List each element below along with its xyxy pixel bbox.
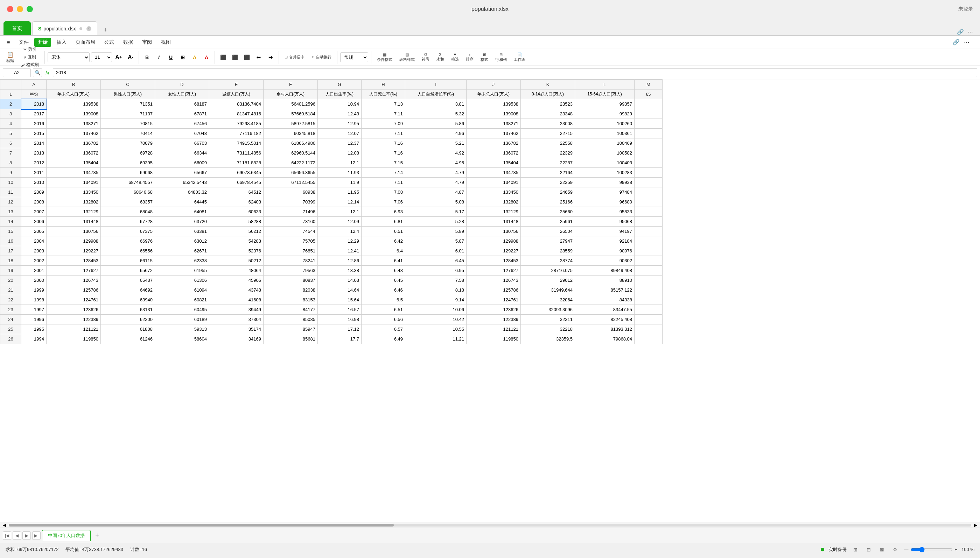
row-number-10[interactable]: 10 (0, 177, 21, 187)
menu-file[interactable]: 文件 (15, 38, 32, 47)
cell-26-C[interactable]: 61246 (101, 334, 155, 344)
cell-26-K[interactable]: 32359.5 (521, 334, 575, 344)
cell-16-F[interactable]: 75705 (264, 236, 318, 246)
cell-1-G[interactable]: 人口出生率(‰) (318, 90, 362, 99)
cell-22-C[interactable]: 63940 (101, 295, 155, 305)
cell-23-H[interactable]: 6.51 (362, 305, 405, 315)
row-number-1[interactable]: 1 (0, 90, 21, 99)
cell-6-M[interactable] (634, 138, 662, 148)
cell-18-B[interactable]: 128453 (46, 256, 101, 266)
cell-19-M[interactable] (634, 266, 662, 276)
cell-17-J[interactable]: 129227 (466, 246, 521, 256)
cell-18-L[interactable]: 90302 (575, 256, 634, 266)
view-layout-btn[interactable]: ⊠ (878, 545, 886, 554)
col-header-I[interactable]: I (405, 80, 466, 90)
cell-25-M[interactable] (634, 325, 662, 334)
cell-4-B[interactable]: 138271 (46, 119, 101, 129)
cell-3-E[interactable]: 81347.4816 (209, 109, 264, 119)
cut-btn[interactable]: ✂ 剪切 (18, 46, 42, 53)
cell-18-J[interactable]: 128453 (466, 256, 521, 266)
cell-19-F[interactable]: 79563 (264, 266, 318, 276)
row-number-4[interactable]: 4 (0, 119, 21, 129)
cell-7-K[interactable]: 22329 (521, 148, 575, 158)
cell-3-A[interactable]: 2017 (21, 109, 46, 119)
add-tab-btn[interactable]: + (100, 25, 110, 35)
row-number-15[interactable]: 15 (0, 226, 21, 236)
cell-26-A[interactable]: 1994 (21, 334, 46, 344)
cell-22-K[interactable]: 32064 (521, 295, 575, 305)
cell-22-G[interactable]: 15.64 (318, 295, 362, 305)
cell-8-E[interactable]: 71181.8828 (209, 158, 264, 168)
cell-22-F[interactable]: 83153 (264, 295, 318, 305)
col-header-M[interactable]: M (634, 80, 662, 90)
cell-9-E[interactable]: 69078.6345 (209, 168, 264, 177)
cell-6-J[interactable]: 136782 (466, 138, 521, 148)
cell-9-A[interactable]: 2011 (21, 168, 46, 177)
cell-10-E[interactable]: 66978.4545 (209, 177, 264, 187)
cell-1-D[interactable]: 女性人口(万人) (155, 90, 209, 99)
cell-2-K[interactable]: 23523 (521, 99, 575, 109)
cell-4-D[interactable]: 67456 (155, 119, 209, 129)
cell-21-E[interactable]: 43748 (209, 285, 264, 295)
cell-10-F[interactable]: 67112.5455 (264, 177, 318, 187)
cell-11-J[interactable]: 133450 (466, 187, 521, 197)
cell-4-F[interactable]: 58972.5815 (264, 119, 318, 129)
cell-19-C[interactable]: 65672 (101, 266, 155, 276)
cell-6-G[interactable]: 12.37 (318, 138, 362, 148)
cell-12-F[interactable]: 70399 (264, 197, 318, 207)
cell-14-H[interactable]: 6.81 (362, 217, 405, 226)
font-selector[interactable]: 宋体 (48, 53, 90, 62)
row-number-5[interactable]: 5 (0, 129, 21, 138)
cell-10-C[interactable]: 68748.4557 (101, 177, 155, 187)
cell-15-H[interactable]: 6.51 (362, 226, 405, 236)
cell-23-I[interactable]: 10.06 (405, 305, 466, 315)
cell-10-J[interactable]: 134091 (466, 177, 521, 187)
cell-8-G[interactable]: 12.1 (318, 158, 362, 168)
font-color-btn[interactable]: A (201, 53, 212, 62)
cell-20-C[interactable]: 65437 (101, 276, 155, 285)
cell-25-H[interactable]: 6.57 (362, 325, 405, 334)
cell-2-G[interactable]: 10.94 (318, 99, 362, 109)
increase-font-btn[interactable]: A+ (114, 53, 124, 62)
cell-11-A[interactable]: 2009 (21, 187, 46, 197)
cell-5-E[interactable]: 77116.182 (209, 129, 264, 138)
col-header-C[interactable]: C (101, 80, 155, 90)
cell-15-A[interactable]: 2005 (21, 226, 46, 236)
cell-11-F[interactable]: 68938 (264, 187, 318, 197)
cell-15-M[interactable] (634, 226, 662, 236)
cell-7-J[interactable]: 136072 (466, 148, 521, 158)
cell-18-K[interactable]: 28774 (521, 256, 575, 266)
cell-13-G[interactable]: 12.1 (318, 207, 362, 217)
cell-3-B[interactable]: 139008 (46, 109, 101, 119)
cell-2-I[interactable]: 3.81 (405, 99, 466, 109)
cell-15-E[interactable]: 56212 (209, 226, 264, 236)
cell-17-D[interactable]: 62671 (155, 246, 209, 256)
cell-12-G[interactable]: 12.14 (318, 197, 362, 207)
cell-3-K[interactable]: 23348 (521, 109, 575, 119)
menu-data[interactable]: 数据 (120, 38, 137, 47)
cell-21-D[interactable]: 61094 (155, 285, 209, 295)
cell-14-E[interactable]: 58288 (209, 217, 264, 226)
cell-3-L[interactable]: 99829 (575, 109, 634, 119)
auto-wrap-btn[interactable]: ↵ 自动换行 (309, 50, 334, 64)
format-paint-btn[interactable]: 🖌 格式刷 (18, 62, 42, 69)
cell-7-I[interactable]: 4.92 (405, 148, 466, 158)
cell-18-D[interactable]: 62338 (155, 256, 209, 266)
cell-26-F[interactable]: 85681 (264, 334, 318, 344)
indent-increase-btn[interactable]: ➡ (265, 53, 276, 62)
cell-4-A[interactable]: 2016 (21, 119, 46, 129)
col-header-H[interactable]: H (362, 80, 405, 90)
align-right-btn[interactable]: ⬛ (242, 53, 252, 62)
col-header-L[interactable]: L (575, 80, 634, 90)
cell-8-A[interactable]: 2012 (21, 158, 46, 168)
cell-24-E[interactable]: 37304 (209, 315, 264, 325)
cell-24-B[interactable]: 122389 (46, 315, 101, 325)
indent-decrease-btn[interactable]: ⬅ (254, 53, 264, 62)
cell-21-J[interactable]: 125786 (466, 285, 521, 295)
cell-5-J[interactable]: 137462 (466, 129, 521, 138)
cell-21-C[interactable]: 64692 (101, 285, 155, 295)
cell-24-H[interactable]: 6.56 (362, 315, 405, 325)
cell-4-J[interactable]: 138271 (466, 119, 521, 129)
cell-6-B[interactable]: 136782 (46, 138, 101, 148)
cell-20-I[interactable]: 7.58 (405, 276, 466, 285)
